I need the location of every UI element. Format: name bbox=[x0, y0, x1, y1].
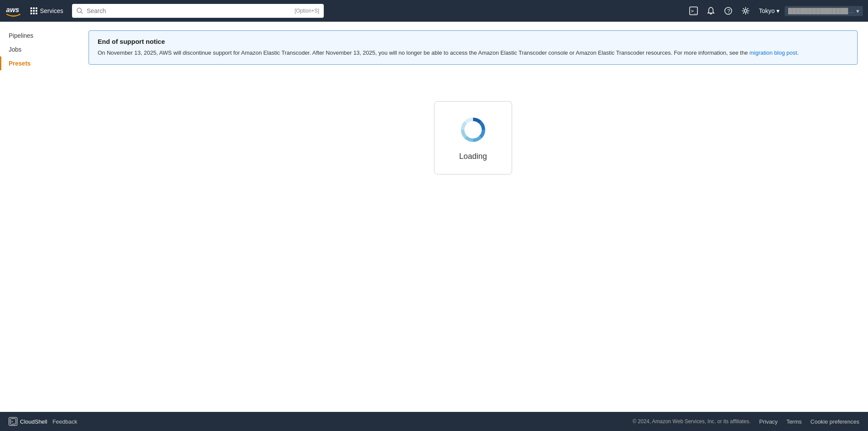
loading-text: Loading bbox=[459, 152, 487, 161]
gear-icon bbox=[741, 7, 750, 15]
help-button[interactable]: ? bbox=[720, 3, 736, 19]
services-label: Services bbox=[40, 7, 63, 14]
main-content: End of support notice On November 13, 20… bbox=[78, 22, 868, 412]
region-selector[interactable]: Tokyo ▾ bbox=[755, 6, 783, 16]
loading-spinner bbox=[458, 115, 488, 145]
terminal-icon: >_ bbox=[689, 7, 698, 15]
svg-text:?: ? bbox=[727, 8, 730, 14]
search-bar[interactable]: [Option+S] bbox=[72, 4, 324, 18]
nav-icons: >_ ? Tokyo ▾ ████████████████ bbox=[686, 3, 863, 19]
sidebar: Pipelines Jobs Presets bbox=[0, 22, 78, 412]
notice-title: End of support notice bbox=[98, 38, 848, 45]
search-icon bbox=[76, 7, 83, 14]
sidebar-item-jobs[interactable]: Jobs bbox=[0, 43, 78, 56]
aws-logo-svg: aws bbox=[5, 3, 22, 19]
svg-text:>_: >_ bbox=[691, 8, 697, 14]
main-layout: Pipelines Jobs Presets End of support no… bbox=[0, 22, 868, 412]
services-button[interactable]: Services bbox=[27, 6, 67, 16]
feedback-button[interactable]: Feedback bbox=[53, 418, 77, 425]
cookie-preferences-link[interactable]: Cookie preferences bbox=[810, 418, 859, 425]
sidebar-item-presets[interactable]: Presets bbox=[0, 56, 78, 70]
notice-migration-link[interactable]: migration blog post bbox=[750, 49, 797, 56]
notice-banner: End of support notice On November 13, 20… bbox=[89, 30, 858, 65]
cloudshell-icon: >_ bbox=[9, 417, 17, 426]
sidebar-item-pipelines[interactable]: Pipelines bbox=[0, 29, 78, 43]
region-dropdown-icon: ▾ bbox=[776, 7, 779, 14]
footer-right: © 2024, Amazon Web Services, Inc. or its… bbox=[632, 418, 859, 425]
account-dropdown-icon: ▾ bbox=[856, 8, 859, 14]
notice-text-before: On November 13, 2025, AWS will discontin… bbox=[98, 49, 750, 56]
search-shortcut: [Option+S] bbox=[295, 8, 319, 14]
cloudshell-label: CloudShell bbox=[20, 418, 47, 425]
region-label: Tokyo bbox=[759, 7, 775, 14]
settings-button[interactable] bbox=[738, 3, 753, 19]
cloudshell-nav-button[interactable]: >_ bbox=[686, 3, 701, 19]
notifications-button[interactable] bbox=[703, 3, 719, 19]
svg-text:>_: >_ bbox=[11, 420, 15, 424]
account-button[interactable]: ██████████████████ ▾ bbox=[785, 6, 863, 16]
cloudshell-button[interactable]: >_ CloudShell bbox=[9, 417, 47, 426]
copyright-text: © 2024, Amazon Web Services, Inc. or its… bbox=[632, 418, 750, 424]
sidebar-pipelines-label: Pipelines bbox=[9, 32, 33, 39]
svg-point-7 bbox=[744, 10, 747, 12]
svg-text:aws: aws bbox=[6, 6, 19, 13]
footer: >_ CloudShell Feedback © 2024, Amazon We… bbox=[0, 412, 868, 431]
terms-link[interactable]: Terms bbox=[786, 418, 802, 425]
account-label: ██████████████████ bbox=[788, 8, 855, 14]
loading-container: Loading bbox=[89, 75, 858, 201]
sidebar-presets-label: Presets bbox=[9, 60, 31, 67]
search-input[interactable] bbox=[87, 7, 291, 14]
aws-logo[interactable]: aws bbox=[5, 3, 22, 19]
top-nav: aws Services [Option+S] >_ bbox=[0, 0, 868, 22]
footer-left: >_ CloudShell Feedback bbox=[9, 417, 77, 426]
help-icon: ? bbox=[724, 7, 733, 15]
bell-icon bbox=[707, 7, 715, 15]
notice-text: On November 13, 2025, AWS will discontin… bbox=[98, 49, 848, 57]
svg-line-2 bbox=[81, 12, 82, 14]
notice-text-after: . bbox=[797, 49, 799, 56]
grid-icon bbox=[30, 7, 37, 14]
privacy-link[interactable]: Privacy bbox=[759, 418, 778, 425]
sidebar-jobs-label: Jobs bbox=[9, 46, 22, 53]
svg-point-8 bbox=[468, 125, 478, 135]
loading-box: Loading bbox=[434, 101, 512, 174]
